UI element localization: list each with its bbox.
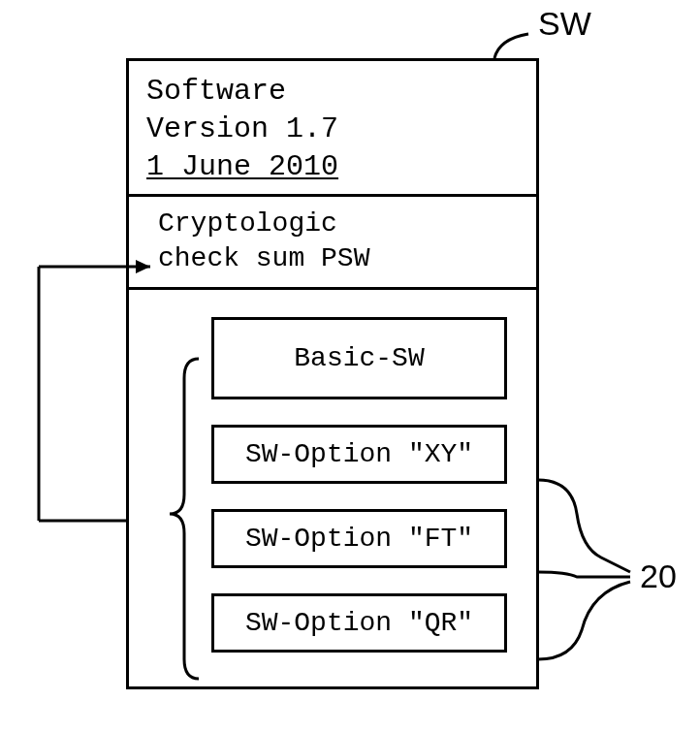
option-qr: SW-Option "QR" xyxy=(211,593,507,653)
option-basic-sw: Basic-SW xyxy=(211,317,507,399)
label-20: 20 xyxy=(640,558,677,595)
sw-callout-label: SW xyxy=(538,5,591,43)
options-container: Basic-SW SW-Option "XY" SW-Option "FT" S… xyxy=(129,290,536,672)
checksum-line2: check sum PSW xyxy=(158,241,519,276)
header-title: Software xyxy=(146,73,519,111)
option-xy: SW-Option "XY" xyxy=(211,425,507,484)
header-date: 1 June 2010 xyxy=(146,148,519,186)
checksum-section: Cryptologic check sum PSW xyxy=(129,197,536,290)
checksum-line1: Cryptologic xyxy=(158,207,519,241)
header-section: Software Version 1.7 1 June 2010 xyxy=(129,61,536,197)
option-ft: SW-Option "FT" xyxy=(211,509,507,568)
software-box: Software Version 1.7 1 June 2010 Cryptol… xyxy=(126,58,539,689)
header-version: Version 1.7 xyxy=(146,111,519,148)
